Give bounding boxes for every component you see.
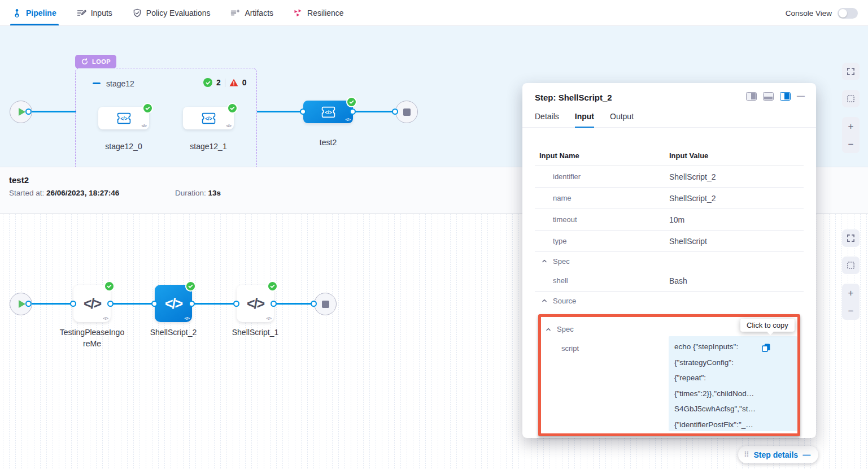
col-input-value: Input Value: [669, 151, 708, 160]
nav-tabs: Pipeline Inputs Policy Evaluations Artif…: [12, 0, 344, 25]
code-mini-icon: </>: [226, 123, 231, 128]
panel-tab-output[interactable]: Output: [610, 105, 634, 127]
inputs-icon: [77, 8, 86, 18]
tab-label: Pipeline: [26, 8, 56, 18]
script-line: S4GbJ5cwhAcfsg","st…: [674, 401, 792, 417]
panel-header: Step: ShellScript_2 —: [522, 83, 816, 105]
row-name: type: [535, 237, 669, 245]
template-code-icon: </>: [116, 112, 132, 125]
zoom-in-button[interactable]: +: [848, 288, 854, 298]
zoom-controls: + −: [842, 284, 860, 320]
section-spec[interactable]: Spec: [535, 252, 804, 270]
loop-stage-group: stage12 2 0 </> </> stage1: [75, 68, 257, 167]
zoom-out-button[interactable]: −: [848, 306, 854, 316]
edge-test2-to-end: [353, 111, 396, 112]
zoom-in-button[interactable]: +: [848, 121, 854, 131]
success-count-icon: [203, 78, 212, 87]
table-row: type ShellScript: [535, 231, 804, 252]
stage-group-name: stage12: [106, 79, 134, 88]
step-details-panel: Step: ShellScript_2 — Details Input Outp…: [522, 83, 816, 438]
layout-active-icon[interactable]: [780, 92, 791, 101]
drag-handle-icon[interactable]: ⠿: [744, 450, 749, 459]
edge: [192, 303, 237, 305]
success-badge: [142, 103, 153, 114]
fullscreen-icon: [847, 234, 855, 242]
zoom-out-button[interactable]: −: [848, 140, 854, 149]
fullscreen-button[interactable]: [842, 63, 860, 80]
row-value: Bash: [669, 276, 687, 285]
port-dot: [233, 301, 239, 307]
step-node-testingpleaseingoreme[interactable]: </> </>: [73, 285, 111, 322]
tab-artifacts[interactable]: Artifacts: [230, 0, 273, 25]
layout-bottom-icon[interactable]: [763, 92, 774, 101]
port-dot: [392, 108, 398, 115]
steps-end-node: [314, 293, 337, 315]
tab-pipeline[interactable]: Pipeline: [12, 0, 56, 25]
play-icon: [19, 300, 25, 308]
panel-tab-input[interactable]: Input: [575, 105, 594, 127]
code-icon: </>: [247, 296, 264, 312]
copy-tooltip: Click to copy: [740, 319, 795, 332]
tab-policy-evaluations[interactable]: Policy Evaluations: [133, 0, 211, 25]
success-badge: [346, 97, 357, 107]
step-node-label: ShellScript_1: [216, 327, 295, 338]
svg-text:</>: </>: [120, 115, 128, 121]
resilience-icon: [294, 8, 303, 18]
section-source[interactable]: Source: [535, 292, 804, 310]
template-code-icon: </>: [321, 106, 336, 119]
script-line: {"repeat":: [674, 370, 792, 386]
stage-node-stage12_1[interactable]: </> </>: [183, 107, 234, 129]
script-value-box[interactable]: echo {"stepInputs": {"strategyConfig": {…: [669, 336, 797, 431]
copy-icon[interactable]: [761, 343, 771, 355]
code-mini-icon: </>: [103, 316, 108, 321]
panel-tab-details[interactable]: Details: [535, 105, 559, 127]
step-node-label: ShellScript_2: [134, 327, 213, 338]
console-view-toggle[interactable]: [838, 8, 858, 19]
code-mini-icon: </>: [345, 117, 350, 122]
port-dot: [151, 301, 158, 307]
script-line: {"times":2}},"childNod…: [674, 386, 792, 402]
table-header: Input Name Input Value: [535, 146, 804, 166]
error-count: 0: [242, 78, 247, 87]
step-node-shellscript1[interactable]: </> </>: [237, 285, 274, 322]
collapse-icon[interactable]: —: [802, 450, 810, 459]
selection-button[interactable]: [842, 257, 860, 274]
stage-node-stage12_0[interactable]: </> </>: [98, 107, 149, 129]
step-details-button[interactable]: ⠿ Step details —: [738, 446, 818, 463]
code-mini-icon: </>: [266, 316, 271, 321]
section-title: Spec: [553, 257, 570, 266]
loop-badge: LOOP: [75, 55, 116, 68]
step-node-shellscript2-selected[interactable]: </> </>: [155, 285, 192, 322]
selection-button[interactable]: [842, 90, 860, 107]
minimize-panel-icon[interactable]: —: [797, 92, 805, 101]
script-line: echo {"stepInputs":: [674, 339, 792, 355]
started-at: Started at: 26/06/2023, 18:27:46: [9, 189, 119, 197]
row-value: ShellScript: [669, 237, 707, 246]
row-value: ShellScript_2: [669, 194, 716, 203]
table-row: name ShellScript_2: [535, 188, 804, 209]
collapse-group-button[interactable]: [93, 82, 101, 84]
table-row: timeout 10m: [535, 209, 804, 231]
section-title: Source: [553, 297, 576, 305]
tab-inputs[interactable]: Inputs: [77, 0, 112, 25]
section-spec-script[interactable]: Spec: [546, 325, 574, 333]
code-icon: </>: [165, 296, 182, 312]
tab-resilience[interactable]: Resilience: [294, 0, 344, 25]
layout-right-icon[interactable]: [746, 92, 757, 101]
step-details-label: Step details: [754, 450, 799, 459]
pipeline-end-node: [395, 101, 418, 123]
tab-label: Resilience: [307, 8, 344, 18]
step-node-label: TestingPleaseIngoreMe: [59, 327, 125, 349]
panel-title: Step: ShellScript_2: [535, 93, 612, 102]
edge: [28, 303, 73, 305]
stage-node-test2-selected[interactable]: </> </>: [303, 101, 353, 123]
row-name: identifier: [535, 172, 669, 181]
loop-badge-label: LOOP: [92, 58, 111, 65]
row-value: ShellScript_2: [669, 172, 716, 181]
row-name: timeout: [535, 215, 669, 224]
stage-node-label: stage12_0: [98, 141, 149, 152]
port-dot: [300, 108, 306, 115]
fullscreen-button[interactable]: [842, 229, 860, 247]
stage-node-label: test2: [303, 137, 353, 148]
port-dot: [25, 301, 32, 307]
